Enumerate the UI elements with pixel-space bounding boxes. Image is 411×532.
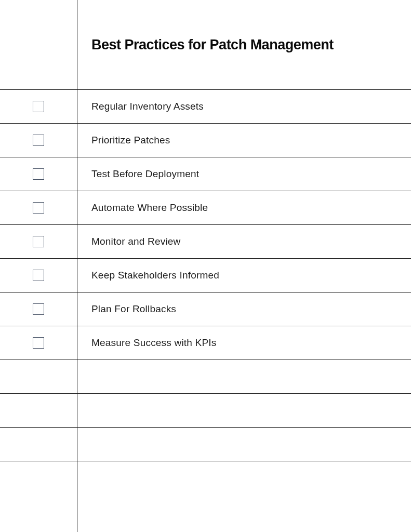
checkbox-cell [0, 259, 77, 292]
checklist-item-label: Automate Where Possible [77, 202, 208, 214]
checklist-row: Prioritize Patches [0, 123, 411, 157]
checkbox-cell [0, 225, 77, 258]
checklist-rows: Regular Inventory Assets Prioritize Patc… [0, 89, 411, 495]
checkbox[interactable] [33, 101, 44, 112]
checkbox[interactable] [33, 236, 44, 247]
checklist-row: Measure Success with KPIs [0, 326, 411, 360]
empty-row [0, 427, 411, 461]
checkbox-cell [0, 360, 77, 393]
checkbox-cell [0, 394, 77, 427]
checkbox-cell [0, 428, 77, 461]
checklist-row: Test Before Deployment [0, 157, 411, 191]
checkbox-cell [0, 157, 77, 191]
checkbox[interactable] [33, 337, 44, 349]
checkbox-cell [0, 90, 77, 123]
vertical-divider [77, 0, 77, 532]
checklist-row: Automate Where Possible [0, 191, 411, 224]
checklist-item-label: Keep Stakeholders Informed [77, 270, 219, 281]
checkbox[interactable] [33, 202, 44, 214]
checkbox-cell [0, 292, 77, 326]
checklist-item-label: Measure Success with KPIs [77, 337, 216, 349]
checkbox-cell [0, 191, 77, 224]
checklist-item-label: Test Before Deployment [77, 168, 199, 180]
checklist-row: Regular Inventory Assets [0, 89, 411, 123]
empty-row [0, 461, 411, 495]
checklist-row: Plan For Rollbacks [0, 292, 411, 326]
checkbox[interactable] [33, 135, 44, 146]
empty-row [0, 393, 411, 427]
checklist-item-label: Plan For Rollbacks [77, 303, 176, 315]
page-title: Best Practices for Patch Management [91, 37, 334, 53]
checkbox-cell [0, 461, 77, 495]
checkbox[interactable] [33, 303, 44, 315]
checklist-item-label: Regular Inventory Assets [77, 101, 204, 112]
checkbox-cell [0, 326, 77, 360]
checklist-row: Monitor and Review [0, 224, 411, 258]
checkbox-cell [0, 124, 77, 157]
checkbox[interactable] [33, 270, 44, 281]
checklist-item-label: Prioritize Patches [77, 135, 170, 146]
empty-row [0, 360, 411, 393]
checkbox[interactable] [33, 168, 44, 180]
checklist-item-label: Monitor and Review [77, 236, 181, 247]
checklist-row: Keep Stakeholders Informed [0, 258, 411, 292]
header-section: Best Practices for Patch Management [0, 0, 411, 89]
document-container: Best Practices for Patch Management Regu… [0, 0, 411, 532]
